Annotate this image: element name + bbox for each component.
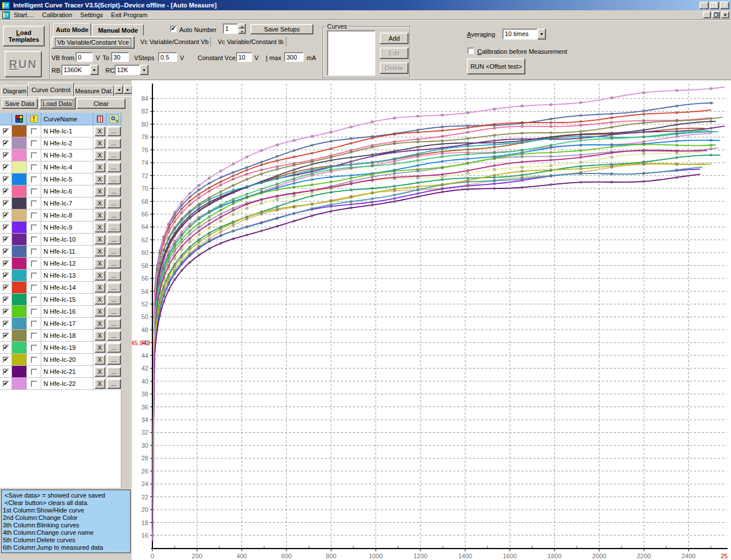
curve-jump-button[interactable]: ... <box>107 247 121 257</box>
curve-color-swatch[interactable] <box>12 137 27 149</box>
curve-color-swatch[interactable] <box>12 354 27 366</box>
curve-blink-checkbox[interactable] <box>27 210 41 222</box>
tab-vb-variable-constant-vce[interactable]: Vb Variable/Constant Vce <box>52 36 135 49</box>
curve-jump-button[interactable]: ... <box>107 151 121 160</box>
rc-combobox[interactable]: 12K ▼ <box>115 65 148 75</box>
curve-blink-checkbox[interactable] <box>27 137 41 149</box>
restore-button[interactable]: ❐ <box>710 2 719 9</box>
curve-color-swatch[interactable] <box>12 198 27 210</box>
tab-diagram[interactable]: Diagram <box>1 85 28 96</box>
curve-delete-button[interactable]: X <box>95 163 105 172</box>
curve-color-swatch[interactable] <box>12 246 27 258</box>
curve-jump-button[interactable]: ... <box>107 343 121 353</box>
curve-blink-checkbox[interactable] <box>27 330 41 342</box>
curve-color-swatch[interactable] <box>12 366 27 378</box>
curve-visible-checkbox[interactable]: ✔ <box>0 330 12 342</box>
curve-name[interactable]: N Hfe-Ic-18 <box>41 330 93 342</box>
curve-color-swatch[interactable] <box>12 125 27 137</box>
curve-name[interactable]: N Hfe-Ic-4 <box>41 161 93 173</box>
tab-manual-mode[interactable]: Manual Mode <box>92 24 144 36</box>
curve-jump-button[interactable]: ... <box>107 379 121 389</box>
curve-name[interactable]: N Hfe-Ic-15 <box>41 294 93 306</box>
vb-to-input[interactable]: 30 <box>111 52 129 62</box>
curve-color-swatch[interactable] <box>12 282 27 294</box>
curve-color-swatch[interactable] <box>12 210 27 222</box>
vb-from-input[interactable]: 0 <box>76 52 93 62</box>
auto-number-spinner[interactable]: ▲ ▼ <box>238 23 246 34</box>
curve-blink-checkbox[interactable] <box>27 125 41 137</box>
delete-column-header[interactable] <box>93 113 107 125</box>
curve-name[interactable]: N Hfe-Ic-3 <box>41 149 93 161</box>
curve-jump-button[interactable]: ... <box>107 127 121 136</box>
curve-name[interactable]: N Hfe-Ic-19 <box>41 342 93 354</box>
tab-curve-control[interactable]: Curve Control <box>28 82 74 96</box>
curve-jump-button[interactable]: ... <box>107 211 121 220</box>
curve-blink-checkbox[interactable] <box>27 318 41 330</box>
curve-visible-checkbox[interactable]: ✔ <box>0 306 12 318</box>
curve-delete-button[interactable]: X <box>95 283 105 293</box>
curve-delete-button[interactable]: X <box>95 235 105 244</box>
curve-name[interactable]: N Hfe-Ic-10 <box>41 234 93 246</box>
curve-color-swatch[interactable] <box>12 330 27 342</box>
curve-visible-checkbox[interactable]: ✔ <box>0 366 12 378</box>
curve-blink-checkbox[interactable] <box>27 173 41 186</box>
auto-number-checkbox[interactable]: ✔ <box>170 26 176 32</box>
close-button[interactable]: × <box>720 2 729 9</box>
curve-name[interactable]: N Hfe-Ic-14 <box>41 282 93 294</box>
curve-blink-checkbox[interactable] <box>27 234 41 246</box>
curve-visible-checkbox[interactable]: ✔ <box>0 258 12 270</box>
curve-visible-checkbox[interactable]: ✔ <box>0 186 12 198</box>
curve-visible-checkbox[interactable]: ✔ <box>0 125 12 137</box>
curve-blink-checkbox[interactable] <box>27 186 41 198</box>
curve-blink-checkbox[interactable] <box>27 222 41 234</box>
curve-jump-button[interactable]: ... <box>107 199 121 208</box>
spinner-up-icon[interactable]: ▲ <box>238 23 246 29</box>
calibration-checkbox[interactable] <box>467 48 474 54</box>
vsteps-input[interactable]: 0.5 <box>158 52 177 62</box>
auto-number-input[interactable]: 1 <box>223 23 238 34</box>
curve-color-swatch[interactable] <box>12 173 27 186</box>
curve-delete-button[interactable]: X <box>95 139 105 148</box>
curve-jump-button[interactable]: ... <box>107 295 121 305</box>
curve-visible-checkbox[interactable]: ✔ <box>0 318 12 330</box>
rb-combobox[interactable]: 1360K ▼ <box>61 65 99 75</box>
curve-blink-checkbox[interactable] <box>27 198 41 210</box>
curve-delete-button[interactable]: X <box>95 127 105 136</box>
curve-color-swatch[interactable] <box>12 161 27 173</box>
app-icon[interactable]: CT <box>2 2 10 9</box>
curve-name[interactable]: N Hfe-Ic-20 <box>41 354 93 366</box>
curve-jump-button[interactable]: ... <box>107 355 121 365</box>
curve-delete-button[interactable]: X <box>95 379 105 389</box>
curve-visible-checkbox[interactable]: ✔ <box>0 246 12 258</box>
curve-delete-button[interactable]: X <box>95 175 105 184</box>
curve-color-swatch[interactable] <box>12 149 27 161</box>
curve-visible-checkbox[interactable]: ✔ <box>0 282 12 294</box>
curve-blink-checkbox[interactable] <box>27 282 41 294</box>
curve-visible-checkbox[interactable]: ✔ <box>0 354 12 366</box>
curve-color-swatch[interactable] <box>12 234 27 246</box>
curve-jump-button[interactable]: ... <box>107 307 121 317</box>
curve-jump-button[interactable]: ... <box>107 319 121 329</box>
spinner-down-icon[interactable]: ▼ <box>238 29 246 34</box>
curve-visible-checkbox[interactable]: ✔ <box>0 161 12 173</box>
run-offset-test-button[interactable]: RUN <Offset test> <box>467 58 525 74</box>
menu-calibration[interactable]: Calibration <box>38 11 76 19</box>
curve-name[interactable]: N Hfe-Ic-7 <box>41 198 93 210</box>
curve-blink-checkbox[interactable] <box>27 342 41 354</box>
curve-delete-button[interactable]: X <box>95 199 105 208</box>
mdi-restore-button[interactable]: ❐ <box>712 11 720 18</box>
constant-vce-input[interactable]: 10 <box>236 52 252 62</box>
curve-jump-button[interactable]: ... <box>107 367 121 377</box>
curve-color-swatch[interactable] <box>12 342 27 354</box>
curve-blink-checkbox[interactable] <box>27 366 41 378</box>
delete-curve-button[interactable]: Delete <box>380 62 408 74</box>
curve-name[interactable]: N Hfe-Ic-17 <box>41 318 93 330</box>
curves-listbox[interactable] <box>327 30 375 76</box>
dropdown-arrow-icon[interactable]: ▼ <box>537 29 546 40</box>
curve-blink-checkbox[interactable] <box>27 149 41 161</box>
curve-blink-checkbox[interactable] <box>27 354 41 366</box>
curve-name[interactable]: N Hfe-Ic-6 <box>41 186 93 198</box>
curve-delete-button[interactable]: X <box>95 211 105 220</box>
curve-jump-button[interactable]: ... <box>107 331 121 341</box>
add-curve-button[interactable]: Add <box>380 33 408 44</box>
